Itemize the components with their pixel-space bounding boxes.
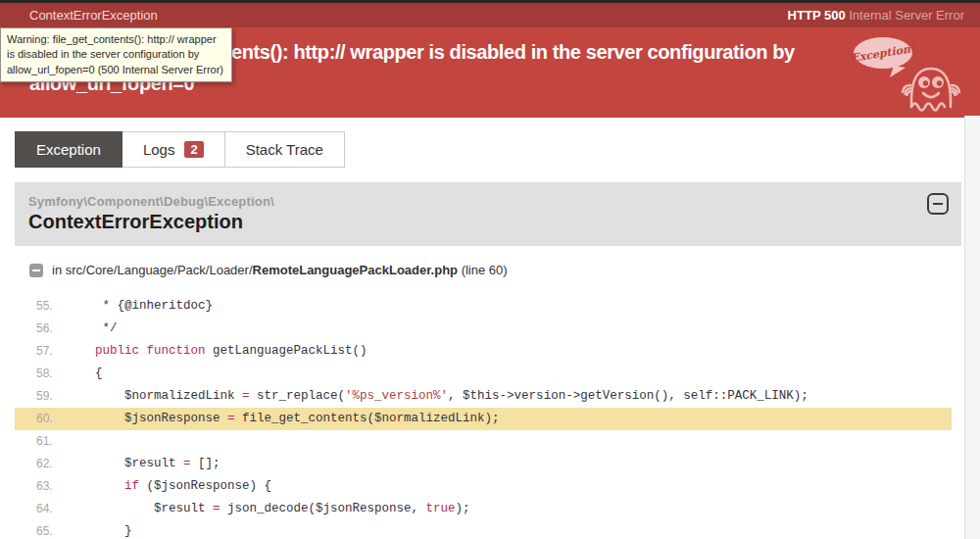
exception-class-label: ContextErrorException xyxy=(29,8,158,23)
code-line: 63. if ($jsonResponse) { xyxy=(15,475,952,498)
namespace-label: Symfony\Component\Debug\Exception\ xyxy=(28,194,948,209)
code-line: 56. */ xyxy=(15,318,952,340)
panel-collapse-button[interactable] xyxy=(927,193,949,215)
code-token xyxy=(66,344,95,358)
exception-panel-header: Symfony\Component\Debug\Exception\ Conte… xyxy=(15,182,961,246)
code-token: file_get_contents($normalizedLink); xyxy=(235,412,500,425)
file-line: in src/Core/Language/Pack/Loader/RemoteL… xyxy=(15,246,961,287)
http-status-code: HTTP 500 xyxy=(788,8,846,23)
warning-tooltip: Warning: file_get_contents(): http:// wr… xyxy=(0,27,232,82)
exception-panel-body: in src/Core/Language/Pack/Loader/RemoteL… xyxy=(15,246,961,539)
code-token: getLanguagePackList() xyxy=(206,344,368,358)
logs-count-badge: 2 xyxy=(184,141,203,158)
code-line: 61. xyxy=(15,430,952,453)
line-number: 58. xyxy=(36,363,66,385)
code-token: = xyxy=(227,412,235,425)
code-token: str_replace( xyxy=(250,389,346,403)
code-line: 58. { xyxy=(15,363,952,385)
scrollbar-track[interactable] xyxy=(964,116,980,539)
tab-label: Logs xyxy=(143,141,175,158)
code-token: json_decode($jsonResponse, xyxy=(220,502,426,515)
code-line: 64. $result = json_decode($jsonResponse,… xyxy=(15,498,952,520)
exception-class-title: ContextErrorException xyxy=(28,211,948,233)
code-line: 57. public function getLanguagePackList(… xyxy=(15,340,952,363)
line-number: 59. xyxy=(36,385,66,408)
code-token: $result xyxy=(66,457,183,470)
code-token: $result xyxy=(66,502,213,515)
code-token: public function xyxy=(95,344,206,358)
status-bar: ContextErrorException HTTP 500 Internal … xyxy=(0,3,980,27)
code-token: = xyxy=(213,502,220,515)
code-token xyxy=(66,479,124,493)
code-token: $normalizedLink xyxy=(66,389,242,403)
code-token: ); xyxy=(456,502,470,515)
line-number: 63. xyxy=(36,475,66,498)
code-line: 55. * {@inheritdoc} xyxy=(15,295,952,318)
line-number: 56. xyxy=(36,318,66,340)
code-block: 55. * {@inheritdoc}56. */57. public func… xyxy=(15,295,961,539)
line-number: 62. xyxy=(36,453,66,475)
code-token: '%ps_version%' xyxy=(345,389,448,403)
line-number: 55. xyxy=(36,295,66,318)
code-token: true xyxy=(426,502,456,515)
line-number: 65. xyxy=(36,520,66,539)
code-token: if xyxy=(124,479,139,493)
code-token: } xyxy=(66,524,132,538)
code-token: { xyxy=(66,367,103,380)
tab-label: Stack Trace xyxy=(246,141,323,158)
file-line-text: in src/Core/Language/Pack/Loader/RemoteL… xyxy=(52,263,508,277)
tab-exception[interactable]: Exception xyxy=(15,131,122,168)
line-number: 60. xyxy=(36,408,66,430)
code-line-highlighted: 60. $jsonResponse = file_get_contents($n… xyxy=(15,408,952,430)
ghost-icon: Exception! xyxy=(849,30,968,115)
tab-bar: ExceptionLogs2Stack Trace xyxy=(15,131,980,168)
exception-panel: Symfony\Component\Debug\Exception\ Conte… xyxy=(15,182,961,539)
code-token: = xyxy=(183,457,191,470)
code-token: */ xyxy=(66,321,118,335)
code-token: , $this->version->getVersion(), self::PA… xyxy=(448,389,808,403)
file-name: RemoteLanguagePackLoader.php xyxy=(253,263,459,277)
http-status: HTTP 500 Internal Server Error xyxy=(788,8,964,23)
code-token: = xyxy=(242,389,250,403)
minus-icon xyxy=(933,203,943,205)
file-collapse-button[interactable] xyxy=(29,264,43,277)
line-number: 57. xyxy=(36,340,66,363)
http-status-text: Internal Server Error xyxy=(846,8,964,23)
code-token: $jsonResponse xyxy=(66,412,227,425)
code-line: 59. $normalizedLink = str_replace('%ps_v… xyxy=(15,385,952,408)
line-number: 64. xyxy=(36,498,66,520)
code-token: * {@inheritdoc} xyxy=(66,299,213,313)
tab-logs[interactable]: Logs2 xyxy=(122,131,225,168)
code-line: 65. } xyxy=(15,520,952,539)
line-number: 61. xyxy=(36,430,66,453)
code-token: ($jsonResponse) { xyxy=(139,479,271,493)
tab-label: Exception xyxy=(36,141,101,158)
code-line: 62. $result = []; xyxy=(15,453,952,475)
tab-stack-trace[interactable]: Stack Trace xyxy=(225,131,345,168)
code-token: []; xyxy=(191,457,220,470)
